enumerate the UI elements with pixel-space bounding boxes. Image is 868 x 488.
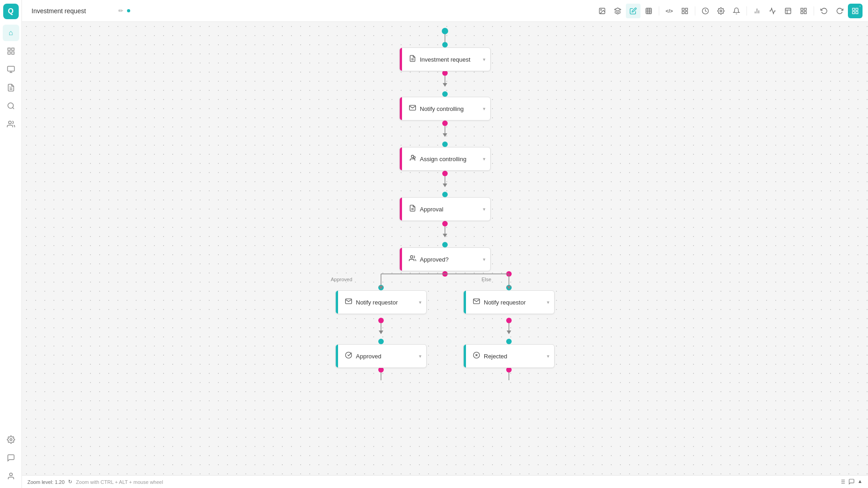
- node-approved-end[interactable]: Approved ▾: [335, 344, 427, 368]
- svg-point-59: [442, 221, 448, 226]
- notify-requestor-approved-icon: [345, 298, 352, 307]
- svg-point-73: [378, 318, 384, 323]
- svg-point-12: [10, 439, 12, 441]
- node-chevron-investment-request[interactable]: ▾: [483, 57, 486, 63]
- svg-marker-66: [379, 286, 383, 289]
- node-chevron-rejected-end[interactable]: ▾: [547, 353, 550, 359]
- toolbar-btn-code[interactable]: </>: [662, 4, 677, 18]
- toolbar-btn-clock[interactable]: [698, 4, 713, 18]
- node-label-approval: Approval: [420, 206, 443, 213]
- title-input[interactable]: Investment request: [27, 5, 116, 17]
- toolbar-btn-redo[interactable]: [832, 4, 847, 18]
- svg-rect-0: [8, 48, 10, 50]
- rejected-end-icon: [473, 352, 480, 361]
- svg-marker-61: [443, 234, 447, 237]
- svg-point-9: [8, 103, 13, 108]
- node-rejected-end[interactable]: Rejected ▾: [463, 344, 555, 368]
- toolbar-btn-edit[interactable]: [626, 4, 640, 18]
- sidebar-item-workflow[interactable]: [3, 43, 19, 59]
- svg-marker-71: [507, 286, 511, 289]
- node-label-assign-controlling: Assign controlling: [420, 156, 466, 163]
- svg-point-48: [442, 91, 448, 97]
- sidebar-item-home[interactable]: ⌂: [3, 25, 19, 41]
- svg-point-91: [345, 352, 351, 358]
- notify-requestor-else-icon: [473, 298, 480, 307]
- svg-point-74: [378, 339, 384, 344]
- assign-controlling-icon: [409, 154, 416, 163]
- svg-point-67: [506, 271, 512, 277]
- svg-rect-24: [685, 11, 688, 14]
- node-chevron-notify-requestor-approved[interactable]: ▾: [419, 299, 422, 305]
- svg-rect-4: [7, 66, 14, 71]
- sidebar-item-screen[interactable]: [3, 61, 19, 78]
- toolbar-btn-chart1[interactable]: [750, 4, 764, 18]
- node-approved-question[interactable]: Approved? ▾: [399, 247, 491, 271]
- zoom-refresh-icon[interactable]: ↻: [68, 479, 72, 485]
- svg-rect-35: [804, 8, 806, 10]
- unsaved-dot: [127, 9, 130, 12]
- node-chevron-notify-requestor-else[interactable]: ▾: [547, 299, 550, 305]
- main-area: Investment request ✏ </>: [22, 0, 868, 488]
- statusbar-list-icon[interactable]: [839, 478, 846, 486]
- sidebar-item-search[interactable]: [3, 98, 19, 114]
- toolbar-btn-table[interactable]: [641, 4, 656, 18]
- toolbar-btn-layers[interactable]: [610, 4, 625, 18]
- approval-icon: [409, 205, 416, 214]
- edit-icon[interactable]: ✏: [118, 7, 123, 14]
- zoom-level-text: Zoom level: 1.20: [27, 479, 64, 485]
- node-label-approved-end: Approved: [356, 353, 381, 360]
- svg-rect-17: [646, 8, 651, 14]
- svg-rect-3: [8, 52, 10, 54]
- svg-marker-16: [614, 8, 620, 11]
- svg-line-10: [12, 107, 14, 109]
- node-label-notify-requestor-approved: Notify requestor: [356, 299, 398, 306]
- toolbar-btn-gear[interactable]: [714, 4, 728, 18]
- svg-rect-36: [801, 11, 803, 14]
- node-notify-requestor-approved[interactable]: Notify requestor ▾: [335, 290, 427, 314]
- node-assign-controlling[interactable]: Assign controlling ▾: [399, 147, 491, 171]
- approved-question-icon: [409, 255, 416, 264]
- svg-point-45: [442, 42, 448, 47]
- node-investment-request[interactable]: Investment request ▾: [399, 47, 491, 71]
- svg-marker-75: [379, 331, 383, 334]
- node-chevron-assign-controlling[interactable]: ▾: [483, 156, 486, 162]
- toolbar: Investment request ✏ </>: [22, 0, 868, 22]
- svg-rect-31: [785, 8, 791, 14]
- sidebar-item-document[interactable]: [3, 79, 19, 96]
- separator-1: [659, 6, 659, 16]
- statusbar-comment-icon[interactable]: [848, 478, 855, 486]
- toolbar-btn-deploy[interactable]: [848, 4, 863, 18]
- svg-point-56: [442, 192, 448, 197]
- statusbar-collapse-icon[interactable]: ▲: [857, 478, 863, 486]
- branch-label-else: Else: [482, 277, 491, 282]
- sidebar-item-settings[interactable]: [3, 431, 19, 448]
- toolbar-btn-layout2[interactable]: [796, 4, 811, 18]
- svg-point-51: [442, 121, 448, 126]
- sidebar-item-chat[interactable]: [3, 450, 19, 466]
- canvas[interactable]: Investment request ▾ Notify controlling …: [22, 22, 868, 475]
- sidebar-item-profile[interactable]: [3, 468, 19, 484]
- node-chevron-notify-controlling[interactable]: ▾: [483, 106, 486, 112]
- svg-point-78: [506, 339, 512, 344]
- svg-point-60: [442, 242, 448, 247]
- statusbar: Zoom level: 1.20 ↻ Zoom with CTRL + ALT …: [22, 475, 868, 488]
- svg-point-70: [506, 285, 512, 290]
- node-chevron-approved-question[interactable]: ▾: [483, 257, 486, 262]
- node-approval[interactable]: Approval ▾: [399, 197, 491, 221]
- svg-point-65: [378, 285, 384, 290]
- node-chevron-approval[interactable]: ▾: [483, 206, 486, 212]
- sidebar-item-users[interactable]: [3, 116, 19, 132]
- toolbar-btn-bell[interactable]: [729, 4, 744, 18]
- toolbar-btn-img[interactable]: [595, 4, 609, 18]
- toolbar-btn-chart2[interactable]: [765, 4, 780, 18]
- node-notify-controlling[interactable]: Notify controlling ▾: [399, 97, 491, 121]
- svg-rect-39: [856, 8, 858, 10]
- app-logo[interactable]: Q: [3, 4, 19, 19]
- toolbar-btn-layout[interactable]: [781, 4, 795, 18]
- node-chevron-approved-end[interactable]: ▾: [419, 353, 422, 359]
- node-label-approved-question: Approved?: [420, 256, 449, 263]
- toolbar-btn-undo[interactable]: [817, 4, 831, 18]
- node-notify-requestor-else[interactable]: Notify requestor ▾: [463, 290, 555, 314]
- toolbar-btn-dots[interactable]: [677, 4, 692, 18]
- svg-rect-1: [11, 48, 14, 50]
